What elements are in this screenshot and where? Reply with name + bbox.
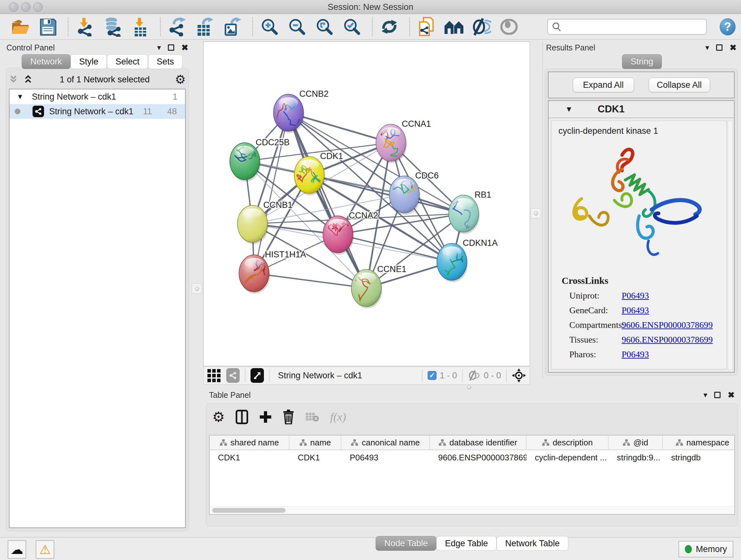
network-node-CCNA1[interactable]: CCNA1: [376, 119, 431, 163]
right-splitter-handle[interactable]: [531, 208, 541, 219]
network-canvas[interactable]: CCNB2CCNA1CDC25BCDK1CDC6RB1CCNB1CCNA2CDK…: [203, 42, 530, 366]
tab-string[interactable]: String: [622, 54, 662, 69]
save-session-icon[interactable]: [38, 17, 58, 37]
table-panel-collapse-icon[interactable]: ▾: [703, 391, 707, 399]
left-splitter-handle[interactable]: [192, 284, 202, 294]
column-header-description[interactable]: description: [527, 435, 609, 449]
crosslink-link[interactable]: P06493: [622, 291, 649, 301]
network-node-CCNB2[interactable]: CCNB2: [273, 89, 329, 133]
column-header-@id[interactable]: @id: [609, 435, 663, 449]
network-edge[interactable]: [254, 273, 366, 288]
results-panel-collapse-icon[interactable]: ▾: [705, 44, 709, 51]
help-icon[interactable]: ?: [720, 18, 736, 36]
network-overview-icon[interactable]: [226, 368, 240, 383]
export-table-file-icon[interactable]: [195, 17, 215, 37]
cloud-button[interactable]: ☁: [8, 540, 26, 559]
network-edge[interactable]: [254, 113, 288, 273]
selected-items-checkbox-icon[interactable]: ✓: [428, 371, 436, 380]
node-table[interactable]: shared namenamecanonical namedatabase id…: [209, 435, 735, 515]
export-image-icon[interactable]: [222, 17, 243, 37]
table-cell[interactable]: stringdb:9...: [609, 453, 663, 462]
network-node-CDKN1A[interactable]: CDKN1A: [437, 238, 498, 282]
show-columns-icon[interactable]: [235, 410, 248, 424]
collapse-all-icon[interactable]: [9, 75, 20, 84]
export-network-file-icon[interactable]: [167, 17, 188, 37]
search-input[interactable]: [561, 22, 695, 32]
hide-selected-icon[interactable]: [471, 17, 492, 37]
column-header-namespace[interactable]: namespace: [663, 435, 735, 449]
tab-select[interactable]: Select: [107, 54, 148, 69]
tree-expander-icon[interactable]: ▼: [17, 92, 23, 101]
tab-network[interactable]: Network: [22, 54, 71, 69]
network-node-CDC6[interactable]: CDC6: [389, 171, 439, 215]
tab-style[interactable]: Style: [71, 54, 107, 69]
crosslink-link[interactable]: P06493: [622, 305, 649, 315]
table-options-gear-icon[interactable]: ⚙: [212, 410, 225, 424]
network-node-CCNE1[interactable]: CCNE1: [351, 264, 407, 308]
table-cell[interactable]: cyclin-dependent ...: [527, 453, 609, 462]
zoom-in-icon[interactable]: [259, 17, 280, 37]
tab-sets[interactable]: Sets: [148, 54, 183, 69]
network-node-RB1[interactable]: RB1: [449, 190, 491, 234]
control-panel-float-icon[interactable]: [168, 44, 174, 51]
delete-column-icon[interactable]: [283, 410, 294, 424]
collapse-all-button[interactable]: Collapse All: [649, 78, 710, 92]
table-cell[interactable]: stringdb: [663, 453, 735, 462]
tab-node-table[interactable]: Node Table: [376, 536, 436, 551]
results-panel-close-icon[interactable]: ✖: [730, 44, 737, 52]
zoom-out-icon[interactable]: [287, 17, 307, 37]
results-scrollbar[interactable]: [728, 121, 733, 369]
search-field[interactable]: [547, 19, 707, 35]
clone-network-icon[interactable]: [416, 17, 437, 37]
column-header-shared-name[interactable]: shared name: [210, 435, 289, 449]
results-panel-float-icon[interactable]: [716, 44, 723, 51]
warnings-button[interactable]: ⚠: [36, 540, 54, 559]
network-node-CDC25B[interactable]: CDC25B: [230, 138, 290, 182]
control-panel-collapse-icon[interactable]: ▾: [157, 44, 161, 51]
show-all-icon[interactable]: [499, 17, 519, 37]
network-edge[interactable]: [288, 113, 366, 288]
expand-all-button[interactable]: Expand All: [573, 78, 634, 92]
create-column-icon[interactable]: [259, 411, 272, 423]
expand-all-icon[interactable]: [23, 75, 35, 84]
refresh-icon[interactable]: [379, 17, 400, 37]
open-session-icon[interactable]: [10, 17, 30, 37]
column-header-database-identifier[interactable]: database identifier: [430, 435, 527, 449]
search-icon: [552, 22, 561, 32]
network-node-HIST1H1A[interactable]: HIST1H1A: [239, 250, 306, 294]
zoom-fit-icon[interactable]: [314, 17, 335, 37]
network-options-gear-icon[interactable]: ⚙: [175, 73, 186, 85]
control-panel-close-icon[interactable]: ✖: [181, 44, 188, 52]
table-cell[interactable]: P06493: [341, 453, 430, 462]
crosslink-link[interactable]: 9606.ENSP00000378699: [622, 334, 713, 345]
gene-section-header[interactable]: ▼ CDK1: [549, 101, 734, 118]
birds-eye-view-icon[interactable]: [251, 368, 264, 383]
column-type-icon: [439, 439, 446, 446]
network-collection-row[interactable]: ▼ String Network – cdk1 1: [10, 89, 185, 104]
gene-collapse-icon[interactable]: ▼: [565, 105, 573, 114]
table-panel-close-icon[interactable]: ✖: [728, 391, 735, 399]
table-panel-float-icon[interactable]: [714, 392, 721, 398]
grid-view-icon[interactable]: [207, 369, 220, 382]
first-neighbors-icon[interactable]: [444, 17, 464, 37]
network-edge[interactable]: [309, 175, 464, 213]
network-row[interactable]: String Network – cdk1 11 48: [10, 104, 185, 119]
zoom-selected-icon[interactable]: [342, 17, 362, 37]
table-cell[interactable]: 9606.ENSP00000378699: [430, 453, 527, 462]
tab-network-table[interactable]: Network Table: [496, 536, 568, 551]
table-cell[interactable]: CDK1: [289, 453, 341, 462]
network-node-CDK1[interactable]: CDK1: [294, 151, 343, 195]
fit-content-crosshair-icon[interactable]: [512, 368, 526, 382]
crosslink-link[interactable]: P06493: [622, 349, 649, 360]
table-cell[interactable]: CDK1: [210, 453, 289, 462]
import-network-file-icon[interactable]: [75, 17, 95, 37]
table-horizontal-scrollbar[interactable]: [210, 506, 734, 514]
table-row[interactable]: CDK1CDK1P064939606.ENSP00000378699cyclin…: [210, 450, 734, 465]
scrollbar-thumb[interactable]: [212, 508, 286, 513]
tab-edge-table[interactable]: Edge Table: [436, 536, 496, 551]
import-network-database-icon[interactable]: [103, 17, 123, 37]
column-header-name[interactable]: name: [289, 435, 341, 449]
crosslink-link[interactable]: 9606.ENSP00000378699: [622, 320, 713, 330]
column-header-canonical-name[interactable]: canonical name: [341, 435, 430, 449]
import-table-file-icon[interactable]: [130, 17, 150, 37]
